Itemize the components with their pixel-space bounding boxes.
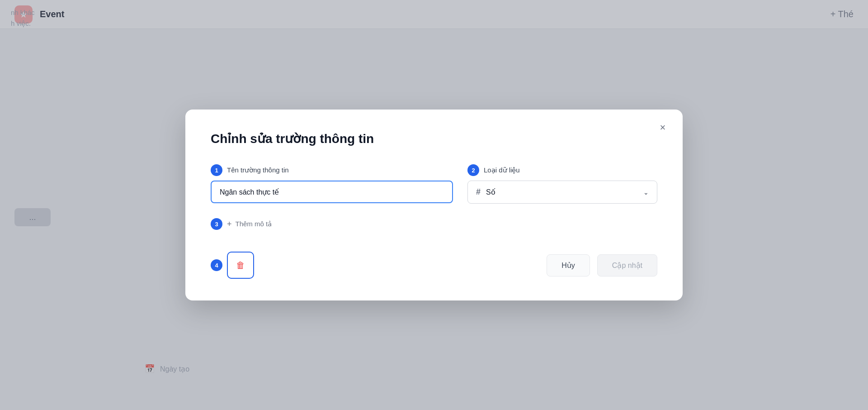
add-description-label: Thêm mô tả [236, 220, 272, 228]
footer-right: Hủy Cập nhật [547, 254, 657, 277]
step2-badge: 2 [467, 164, 479, 176]
add-description-row: 3 + Thêm mô tả [211, 218, 657, 230]
add-description-button[interactable]: + Thêm mô tả [227, 219, 272, 229]
edit-field-modal: × Chỉnh sửa trường thông tin 1 Tên trườn… [185, 110, 683, 300]
field-name-group: 1 Tên trường thông tin [211, 164, 453, 203]
trash-icon: 🗑 [236, 260, 245, 271]
type-value: Số [486, 188, 638, 196]
hash-icon: # [476, 187, 481, 197]
field-type-label: Loại dữ liệu [484, 166, 520, 174]
type-select[interactable]: # Số ⌄ [467, 181, 657, 204]
cancel-button[interactable]: Hủy [547, 254, 590, 277]
modal-footer: 4 🗑 Hủy Cập nhật [211, 252, 657, 279]
update-button[interactable]: Cập nhật [597, 254, 657, 277]
update-label: Cập nhật [612, 262, 642, 269]
plus-icon: + [227, 219, 232, 229]
fields-row: 1 Tên trường thông tin 2 Loại dữ liệu # … [211, 164, 657, 204]
field-name-label-row: 1 Tên trường thông tin [211, 164, 453, 176]
field-type-label-row: 2 Loại dữ liệu [467, 164, 657, 176]
step1-badge: 1 [211, 164, 222, 176]
step3-badge: 3 [211, 218, 222, 230]
close-icon: × [660, 122, 666, 133]
field-name-input[interactable] [211, 181, 453, 203]
modal-close-button[interactable]: × [656, 120, 670, 135]
modal-wrapper: × Chỉnh sửa trường thông tin 1 Tên trườn… [0, 0, 868, 410]
step4-badge: 4 [211, 259, 222, 271]
cancel-label: Hủy [561, 262, 575, 269]
delete-button[interactable]: 🗑 [227, 252, 254, 279]
field-name-label: Tên trường thông tin [227, 166, 289, 174]
chevron-down-icon: ⌄ [643, 189, 649, 196]
footer-left: 4 🗑 [211, 252, 254, 279]
modal-title: Chỉnh sửa trường thông tin [211, 131, 657, 146]
field-type-group: 2 Loại dữ liệu # Số ⌄ [467, 164, 657, 204]
